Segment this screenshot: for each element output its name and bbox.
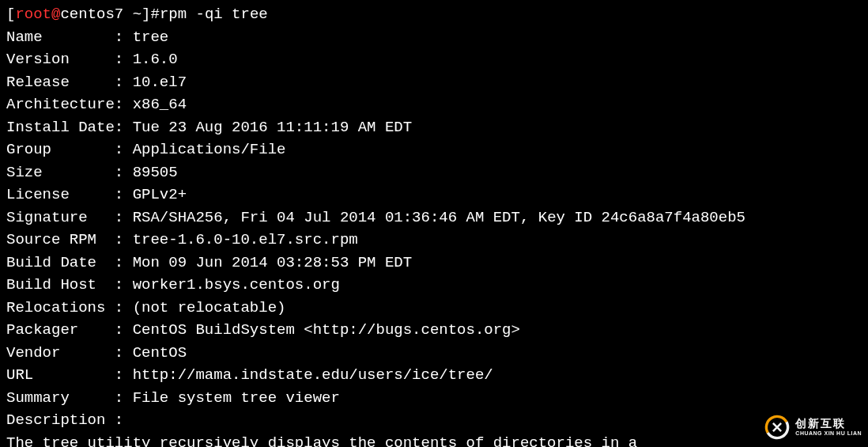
field-label: Vendor [6, 344, 115, 362]
description-body: The tree utility recursively displays th… [6, 432, 862, 448]
field-release: Release : 10.el7 [6, 71, 862, 94]
field-value: Mon 09 Jun 2014 03:28:53 PM EDT [133, 254, 412, 271]
field-name: Name : tree [6, 26, 862, 49]
field-vendor: Vendor : CentOS [6, 342, 862, 365]
prompt-space [123, 6, 132, 23]
field-label: Build Date [6, 254, 115, 271]
field-label: Architecture [6, 96, 115, 113]
field-sep: : [115, 209, 133, 226]
field-sep: : [115, 276, 133, 294]
field-label: Install Date [6, 119, 115, 136]
field-sep: : [115, 28, 133, 46]
field-source-rpm: Source RPM : tree-1.6.0-10.el7.src.rpm [6, 229, 862, 252]
field-value: x86_64 [133, 96, 187, 113]
field-value: http://mama.indstate.edu/users/ice/tree/ [133, 366, 493, 384]
field-sep: : [115, 344, 133, 362]
field-label: Name [6, 28, 115, 46]
field-install-date: Install Date: Tue 23 Aug 2016 11:11:19 A… [6, 116, 862, 139]
field-label: Packager [6, 321, 115, 339]
watermark-text: 创新互联 CHUANG XIN HU LIAN [795, 418, 862, 436]
field-build-host: Build Host : worker1.bsys.centos.org [6, 274, 862, 297]
watermark: 创新互联 CHUANG XIN HU LIAN [764, 414, 862, 441]
prompt-command: rpm -qi tree [160, 6, 268, 23]
field-sep: : [115, 299, 133, 316]
prompt-hash: # [150, 6, 159, 23]
field-sep: : [115, 254, 133, 271]
field-description: Description : [6, 409, 862, 432]
field-sep: : [115, 321, 133, 339]
field-value: CentOS [133, 344, 187, 362]
field-label: License [6, 186, 115, 203]
field-architecture: Architecture: x86_64 [6, 93, 862, 116]
field-sep: : [115, 186, 133, 203]
field-sep: : [115, 119, 133, 136]
field-sep: : [115, 141, 133, 158]
field-value: Applications/File [133, 141, 286, 158]
field-label: Summary [6, 389, 115, 407]
field-sep: : [115, 231, 133, 248]
field-value: 10.el7 [133, 74, 187, 91]
field-label: Version [6, 51, 115, 68]
field-value: GPLv2+ [133, 186, 187, 203]
field-summary: Summary : File system tree viewer [6, 387, 862, 410]
field-value: tree-1.6.0-10.el7.src.rpm [133, 231, 358, 248]
field-sep: : [115, 411, 123, 429]
watermark-en: CHUANG XIN HU LIAN [795, 430, 862, 437]
field-value: (not relocatable) [133, 299, 286, 316]
prompt-path: ~ [133, 6, 142, 23]
prompt-close-bracket: ] [142, 6, 150, 23]
field-sep: : [115, 164, 133, 181]
field-value: worker1.bsys.centos.org [133, 276, 340, 294]
prompt-at: @ [51, 6, 60, 23]
field-version: Version : 1.6.0 [6, 48, 862, 71]
watermark-logo-icon [764, 414, 791, 441]
field-label: Description [6, 411, 115, 429]
watermark-cn: 创新互联 [795, 418, 862, 430]
prompt-user: root [15, 6, 51, 23]
field-value: RSA/SHA256, Fri 04 Jul 2014 01:36:46 AM … [133, 209, 745, 226]
field-license: License : GPLv2+ [6, 184, 862, 206]
field-group: Group : Applications/File [6, 138, 862, 161]
field-value: CentOS BuildSystem <http://bugs.centos.o… [133, 321, 520, 339]
shell-prompt[interactable]: [root@centos7 ~]#rpm -qi tree [6, 3, 862, 26]
field-label: Build Host [6, 276, 115, 294]
field-value: 1.6.0 [133, 51, 178, 68]
prompt-open-bracket: [ [6, 6, 15, 23]
field-label: Group [6, 141, 115, 158]
field-size: Size : 89505 [6, 161, 862, 184]
field-value: 89505 [133, 164, 178, 181]
field-label: Source RPM [6, 231, 115, 248]
field-build-date: Build Date : Mon 09 Jun 2014 03:28:53 PM… [6, 252, 862, 275]
field-label: Release [6, 74, 115, 91]
field-sep: : [115, 366, 133, 384]
field-sep: : [115, 74, 133, 91]
field-label: Signature [6, 209, 115, 226]
field-sep: : [115, 96, 133, 113]
field-label: Size [6, 164, 115, 181]
field-url: URL : http://mama.indstate.edu/users/ice… [6, 364, 862, 387]
field-sep: : [115, 389, 133, 407]
field-value: File system tree viewer [133, 389, 340, 407]
field-label: Relocations [6, 299, 115, 316]
field-value: tree [133, 28, 169, 46]
field-relocations: Relocations : (not relocatable) [6, 297, 862, 320]
field-sep: : [115, 51, 133, 68]
field-value: Tue 23 Aug 2016 11:11:19 AM EDT [133, 119, 412, 136]
field-label: URL [6, 366, 115, 384]
field-signature: Signature : RSA/SHA256, Fri 04 Jul 2014 … [6, 206, 862, 229]
field-packager: Packager : CentOS BuildSystem <http://bu… [6, 319, 862, 342]
prompt-host: centos7 [60, 6, 123, 23]
